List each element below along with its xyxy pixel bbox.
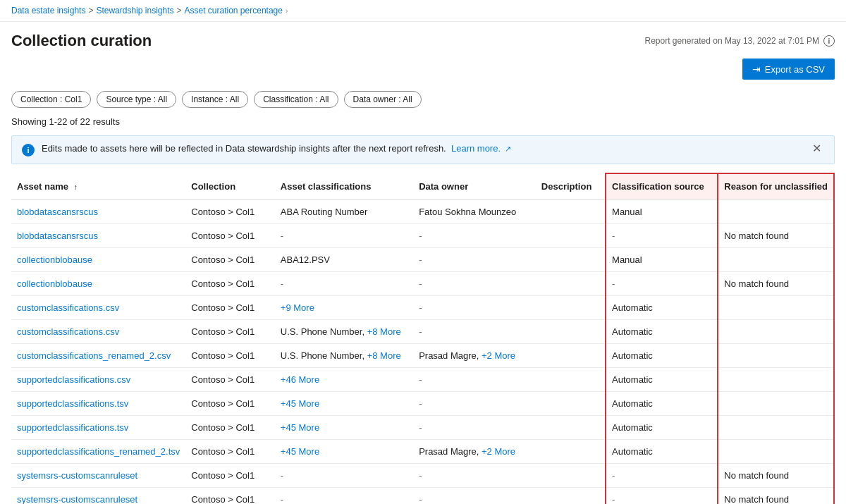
asset-name-link[interactable]: supportedclassifications.tsv <box>17 398 128 409</box>
banner-close-button[interactable]: ✕ <box>809 143 824 154</box>
col-header-reason-unclassified[interactable]: Reason for unclassified <box>718 173 834 199</box>
export-csv-button[interactable]: ⇥ Export as CSV <box>742 59 835 80</box>
cell-asset-name: collectionblobause <box>11 272 185 296</box>
asset-name-link[interactable]: systemsrs-customscanruleset <box>17 494 137 504</box>
filter-source-type[interactable]: Source type : All <box>97 91 176 108</box>
cell-classification-source: Automatic <box>606 320 718 344</box>
cell-description <box>536 296 606 320</box>
asset-name-link[interactable]: supportedclassifications.tsv <box>17 422 128 433</box>
cell-reason-unclassified <box>718 392 834 416</box>
asset-name-link[interactable]: supportedclassifications_renamed_2.tsv <box>17 446 180 457</box>
cell-collection: Contoso > Col1 <box>185 272 275 296</box>
cell-reason-unclassified <box>718 320 834 344</box>
cell-description <box>536 224 606 248</box>
sort-icon-asset: ↑ <box>74 183 78 191</box>
classifications-more-link[interactable]: +46 More <box>281 374 319 385</box>
cell-asset-name: supportedclassifications.tsv <box>11 416 185 440</box>
col-header-data-owner[interactable]: Data owner <box>413 173 536 199</box>
data-table: Asset name ↑ Collection Asset classifica… <box>11 173 835 504</box>
cell-classification-source: - <box>606 488 718 505</box>
report-info-icon[interactable]: i <box>823 35 835 47</box>
breadcrumb-stewardship[interactable]: Stewardship insights <box>96 6 173 16</box>
cell-asset-classifications: +45 More <box>275 392 413 416</box>
cell-classification-source: - <box>606 272 718 296</box>
cell-description <box>536 440 606 464</box>
cell-description <box>536 392 606 416</box>
cell-reason-unclassified <box>718 199 834 224</box>
cell-collection: Contoso > Col1 <box>185 464 275 488</box>
cell-collection: Contoso > Col1 <box>185 440 275 464</box>
header: Collection curation Report generated on … <box>0 22 846 56</box>
asset-name-link[interactable]: supportedclassifications.csv <box>17 374 130 385</box>
learn-more-link[interactable]: Learn more. ↗ <box>451 143 511 154</box>
cell-collection: Contoso > Col1 <box>185 320 275 344</box>
breadcrumb: Data estate insights > Stewardship insig… <box>0 0 846 22</box>
asset-name-link[interactable]: blobdatascansrscus <box>17 231 98 241</box>
cell-asset-name: supportedclassifications_renamed_2.tsv <box>11 440 185 464</box>
col-header-asset-name[interactable]: Asset name ↑ <box>11 173 185 199</box>
report-info: Report generated on May 13, 2022 at 7:01… <box>645 35 835 47</box>
classifications-more-link[interactable]: +45 More <box>281 446 319 457</box>
table-container: Asset name ↑ Collection Asset classifica… <box>0 173 846 504</box>
cell-classification-source: Manual <box>606 248 718 272</box>
classifications-extra-link[interactable]: +8 More <box>367 326 401 337</box>
classifications-more-link[interactable]: +45 More <box>281 398 319 409</box>
filter-classification[interactable]: Classification : All <box>254 91 338 108</box>
cell-description <box>536 416 606 440</box>
asset-name-link[interactable]: customclassifications_renamed_2.csv <box>17 350 171 361</box>
info-banner-icon: i <box>22 144 35 156</box>
cell-data-owner: Prasad Magre, +2 More <box>413 344 536 368</box>
cell-asset-name: systemsrs-customscanruleset <box>11 464 185 488</box>
cell-classification-source: Automatic <box>606 440 718 464</box>
cell-asset-classifications: +46 More <box>275 368 413 392</box>
toolbar: ⇥ Export as CSV <box>0 56 846 85</box>
cell-description <box>536 248 606 272</box>
cell-asset-classifications: - <box>275 464 413 488</box>
col-header-collection[interactable]: Collection <box>185 173 275 199</box>
asset-name-link[interactable]: collectionblobause <box>17 278 92 289</box>
asset-name-link[interactable]: customclassifications.csv <box>17 326 119 337</box>
data-owner-more-link[interactable]: +2 More <box>482 446 515 457</box>
page-title: Collection curation <box>11 32 152 50</box>
cell-asset-classifications: U.S. Phone Number, +8 More <box>275 344 413 368</box>
info-banner: i Edits made to assets here will be refl… <box>11 135 835 164</box>
col-header-asset-classifications[interactable]: Asset classifications <box>275 173 413 199</box>
asset-name-link[interactable]: customclassifications.csv <box>17 302 119 313</box>
info-banner-text: Edits made to assets here will be reflec… <box>42 143 511 154</box>
breadcrumb-data-estate[interactable]: Data estate insights <box>11 6 85 16</box>
export-icon: ⇥ <box>752 63 761 75</box>
data-owner-more-link[interactable]: +2 More <box>482 350 515 361</box>
cell-data-owner: - <box>413 464 536 488</box>
filter-collection-label: Collection : Col1 <box>20 94 82 104</box>
filter-collection[interactable]: Collection : Col1 <box>11 91 91 108</box>
cell-asset-name: blobdatascansrscus <box>11 224 185 248</box>
asset-name-link[interactable]: collectionblobause <box>17 254 92 265</box>
cell-asset-name: blobdatascansrscus <box>11 199 185 224</box>
results-count: Showing 1-22 of 22 results <box>0 113 846 133</box>
filter-data-owner[interactable]: Data owner : All <box>344 91 422 108</box>
breadcrumb-asset-curation[interactable]: Asset curation percentage <box>185 6 283 16</box>
cell-collection: Contoso > Col1 <box>185 416 275 440</box>
cell-description <box>536 344 606 368</box>
cell-collection: Contoso > Col1 <box>185 224 275 248</box>
filter-instance[interactable]: Instance : All <box>182 91 248 108</box>
cell-reason-unclassified: No match found <box>718 224 834 248</box>
data-owner-text: Prasad Magre, <box>419 350 482 361</box>
asset-name-link[interactable]: blobdatascansrscus <box>17 207 98 217</box>
classifications-more-link[interactable]: +9 More <box>281 302 314 313</box>
cell-asset-name: systemsrs-customscanruleset <box>11 488 185 505</box>
cell-description <box>536 464 606 488</box>
cell-reason-unclassified: No match found <box>718 464 834 488</box>
filters-row: Collection : Col1 Source type : All Inst… <box>0 85 846 113</box>
classifications-more-link[interactable]: +45 More <box>281 422 319 433</box>
table-row: supportedclassifications.tsvContoso > Co… <box>11 416 834 440</box>
asset-name-link[interactable]: systemsrs-customscanruleset <box>17 470 137 481</box>
cell-asset-classifications: - <box>275 272 413 296</box>
classifications-extra-link[interactable]: +8 More <box>367 350 401 361</box>
cell-reason-unclassified <box>718 248 834 272</box>
cell-asset-classifications: ABA12.PSV <box>275 248 413 272</box>
data-owner-text: Prasad Magre, <box>419 446 482 457</box>
col-header-classification-source[interactable]: Classification source <box>606 173 718 199</box>
col-header-description[interactable]: Description <box>536 173 606 199</box>
external-link-icon: ↗ <box>505 145 511 153</box>
